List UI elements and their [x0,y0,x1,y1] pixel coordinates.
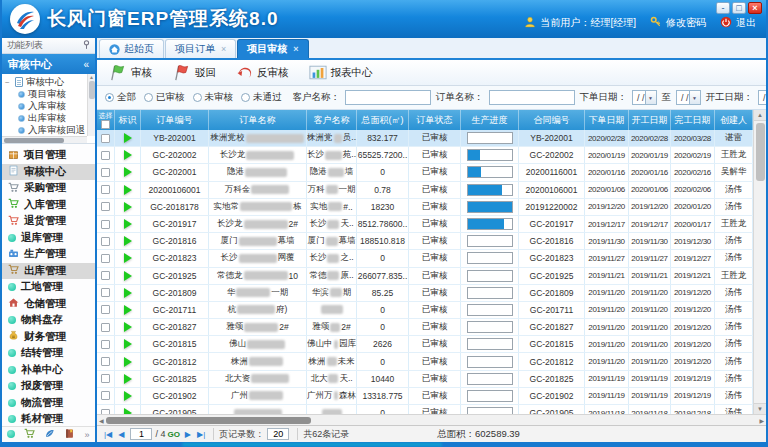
more-icon[interactable]: » [84,430,89,440]
book-icon[interactable] [64,428,75,441]
报表中心-button[interactable]: 报表中心 [304,62,382,83]
tab-项目审核[interactable]: 项目审核× [237,39,308,58]
radio-icon[interactable] [144,93,153,102]
sidebar-item-物料盘存[interactable]: 物料盘存 [2,312,95,329]
tab-项目订单[interactable]: 项目订单× [165,39,236,58]
sidebar-item-项目管理[interactable]: 项目管理 [2,147,95,164]
leaf-icon[interactable] [44,428,55,441]
start-date-input[interactable]: / /▼ [758,90,766,105]
collapse-icon[interactable]: « [83,59,89,70]
table-row[interactable]: GC-202001隐港隐港墙0已审核202001160012020/01/162… [97,164,753,181]
table-row[interactable]: YB-202001株洲党校株洲党员..832.177已审核YB-20200120… [97,130,753,147]
column-header-订单编号[interactable]: 订单编号 [141,110,209,130]
table-row[interactable]: GC-201925常德龙10常德原..266077.835..已审核GC-201… [97,268,753,285]
column-header-订单状态[interactable]: 订单状态 [409,110,461,130]
page-number-input[interactable] [130,428,152,440]
scroll-up-icon[interactable]: ▲ [89,74,94,80]
radio-全部[interactable]: 全部 [105,91,136,104]
radio-icon[interactable] [193,93,202,102]
sidebar-item-补单中心[interactable]: 补单中心 [2,362,95,379]
table-row[interactable]: GC-201809华一期华滨期85.25已审核GC-2018092019/11/… [97,285,753,302]
customer-name-input[interactable] [345,90,431,105]
calendar-dropdown-icon[interactable]: ▼ [689,91,700,104]
sidebar-item-审核中心[interactable]: 审核中心 [2,164,95,181]
close-button[interactable]: × [748,2,762,14]
row-checkbox[interactable] [101,168,110,177]
row-checkbox[interactable] [101,288,110,297]
tab-close-icon[interactable]: × [221,44,226,54]
maximize-button[interactable]: □ [732,2,746,14]
table-row[interactable]: GC-201815佛山佛山中园库2626已审核GC-2018152019/11/… [97,336,753,353]
go-button[interactable]: GO [167,430,179,439]
last-page-button[interactable]: ▶| [194,430,208,439]
table-row[interactable]: GC-201812株洲株洲未来0已审核GC-2018122019/11/2020… [97,353,753,370]
vertical-scroll-thumb[interactable] [756,123,765,181]
sidebar-item-结转管理[interactable]: 结转管理 [2,345,95,362]
column-header-下单日期[interactable]: 下单日期 [585,110,629,130]
row-checkbox[interactable] [101,305,110,314]
order-name-input[interactable] [489,90,575,105]
order-date-from-input[interactable]: / /▼ [632,90,657,105]
tree-root-node[interactable]: − 审核中心 [5,76,95,88]
tree-horizontal-scrollbar[interactable] [2,136,87,143]
table-row[interactable]: GC-2019050已审核GC-2019052019/11/182019/11/… [97,405,753,414]
prev-page-button[interactable]: ◀ [115,430,127,439]
row-checkbox[interactable] [101,254,110,263]
table-row[interactable]: GC-201827雅颂2#雅颂2#0已审核GC-2018272019/11/20… [97,319,753,336]
sidebar-item-入库管理[interactable]: 入库管理 [2,197,95,214]
next-page-button[interactable]: ▶ [182,430,194,439]
pin-icon[interactable] [83,40,90,51]
column-header-总面积(㎡)[interactable]: 总面积(㎡) [357,110,409,130]
row-checkbox[interactable] [101,237,110,246]
table-row[interactable]: GC-201711杭府)0已审核GC-2017112019/11/202019/… [97,302,753,319]
radio-未审核[interactable]: 未审核 [193,91,234,104]
page-size-input[interactable] [267,428,289,440]
sidebar-item-生产管理[interactable]: 生产管理 [2,246,95,263]
scroll-right-icon[interactable]: ▶ [759,417,764,424]
tab-close-icon[interactable]: × [293,44,298,54]
row-checkbox[interactable] [101,340,110,349]
radio-icon[interactable] [241,93,250,102]
row-checkbox[interactable] [101,391,110,400]
驳回-button[interactable]: 驳回 [167,61,225,84]
table-row[interactable]: GC-201902广州广州万森林13318.775已审核GC-201902201… [97,388,753,405]
radio-未通过[interactable]: 未通过 [241,91,282,104]
table-row[interactable]: GC-201816厦门幕墙厦门幕墙188510.818已审核GC-2018162… [97,233,753,250]
row-checkbox[interactable] [101,185,110,194]
column-header-创建人[interactable]: 创建人 [715,110,753,130]
table-horizontal-scrollbar[interactable]: ◀ ▶ [97,414,766,425]
scroll-up-icon[interactable]: ▲ [754,110,766,121]
tree-item-出库审核[interactable]: 出库审核 [18,112,95,124]
sidebar-item-出库管理[interactable]: 出库管理 [2,263,95,280]
row-checkbox[interactable] [101,409,110,414]
radio-已审核[interactable]: 已审核 [144,91,185,104]
table-row[interactable]: GC-202002长沙龙长沙苑..65525.7200..已审核GC-20200… [97,147,753,164]
column-header-完工日期[interactable]: 完工日期 [671,110,715,130]
scroll-down-icon[interactable]: ▼ [754,403,766,414]
column-header-生产进度[interactable]: 生产进度 [461,110,519,130]
sidebar-item-退货管理[interactable]: 退货管理 [2,213,95,230]
tab-起始页[interactable]: 起始页 [99,39,164,58]
tree-item-项目审核[interactable]: 项目审核 [18,88,95,100]
column-header-客户名称[interactable]: 客户名称 [307,110,357,130]
first-page-button[interactable]: |◀ [101,430,115,439]
row-checkbox[interactable] [101,357,110,366]
sidebar-item-采购管理[interactable]: 采购管理 [2,180,95,197]
row-checkbox[interactable] [101,271,110,280]
scroll-left-icon[interactable]: ◀ [99,417,104,424]
table-row[interactable]: GC-201917长沙龙2#长沙天..8512.78600..已审核GC-201… [97,216,753,233]
cart-icon[interactable] [24,428,35,441]
column-header-合同编号[interactable]: 合同编号 [519,110,585,130]
table-row[interactable]: GC-201825北大资北大天..10440已审核GC-2018252019/1… [97,371,753,388]
table-row[interactable]: 20200106001万科金万科一期0.78已审核202001060012020… [97,182,753,199]
tree-item-入库审核回退[interactable]: 入库审核回退 [18,124,95,136]
sidebar-item-工地管理[interactable]: 工地管理 [2,279,95,296]
tree-vertical-scrollbar[interactable]: ▲ [87,74,95,136]
dot-icon[interactable] [7,429,15,440]
tree-expander-icon[interactable]: − [5,78,12,87]
table-row[interactable]: GC-2018178实地常栋实地#..18230已审核2019122000220… [97,199,753,216]
column-header-订单名称[interactable]: 订单名称 [209,110,307,130]
sidebar-item-仓储管理[interactable]: 仓储管理 [2,296,95,313]
审核-button[interactable]: 审核 [103,61,161,84]
row-checkbox[interactable] [101,202,110,211]
